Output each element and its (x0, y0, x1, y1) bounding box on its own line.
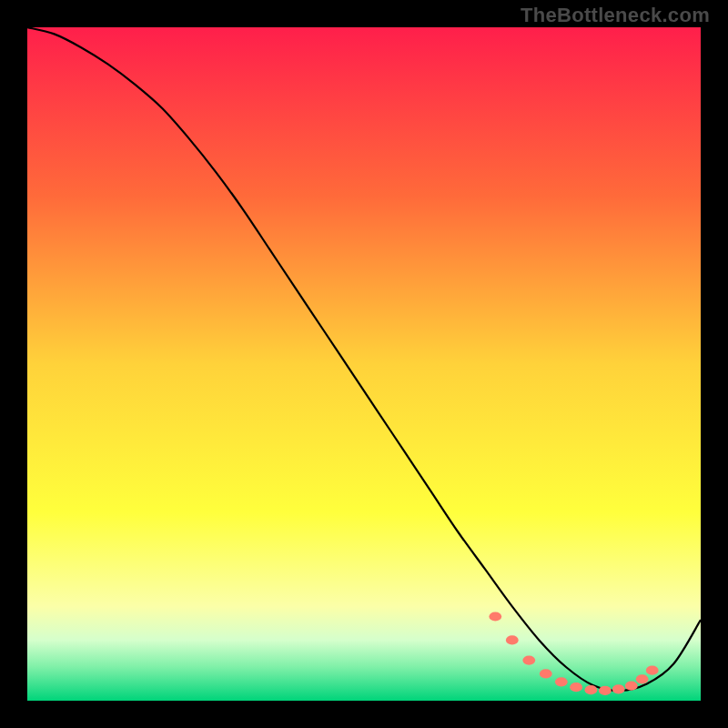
curve-dot (636, 674, 649, 683)
curve-dot (489, 612, 501, 621)
curve-dot (599, 686, 612, 695)
chart-outer: TheBottleneck.com (0, 0, 728, 728)
curve-dot (625, 682, 638, 691)
curve-dot (540, 669, 552, 678)
curve-dot (522, 656, 535, 665)
bottleneck-chart (27, 27, 701, 701)
gradient-background (27, 27, 701, 701)
watermark-text: TheBottleneck.com (521, 4, 710, 27)
curve-dot (555, 677, 568, 686)
plot-viewport (27, 27, 701, 701)
curve-dot (570, 682, 582, 692)
curve-dot (584, 685, 597, 694)
curve-dot (506, 635, 519, 644)
curve-dot (646, 666, 659, 675)
curve-dot (612, 684, 625, 693)
